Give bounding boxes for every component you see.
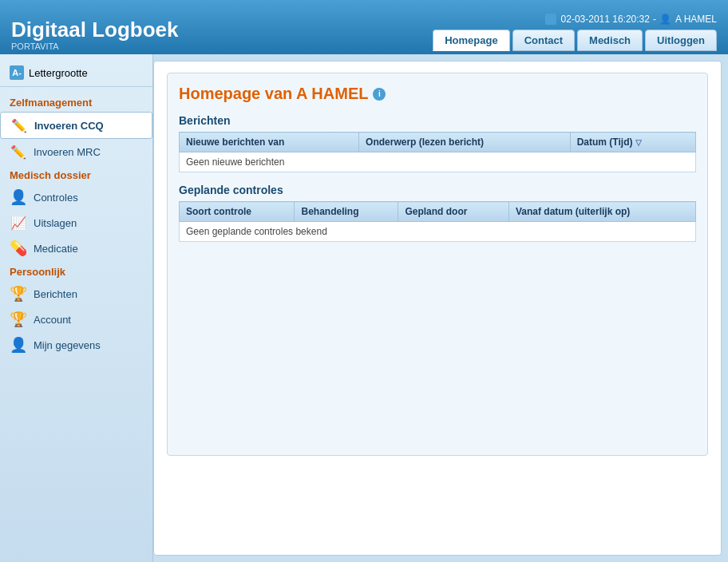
tab-contact[interactable]: Contact — [512, 30, 575, 51]
col-nieuwe-berichten-van: Nieuwe berichten van — [180, 133, 359, 152]
logo: Digitaal Logboek PORTAVITA — [11, 18, 178, 51]
content-inner: Homepage van A HAMEL i Berichten Nieuwe … — [167, 73, 708, 456]
sidebar: A- Lettergrootte Zelfmanagement ✏️ Invoe… — [0, 54, 153, 562]
pill-icon: 💊 — [10, 239, 27, 257]
sidebar-item-invoeren-mrc[interactable]: ✏️ Invoeren MRC — [0, 139, 152, 164]
tab-uitloggen[interactable]: Uitloggen — [645, 30, 717, 51]
section-label-zelfmanagement: Zelfmanagement — [0, 92, 152, 112]
tab-medisch[interactable]: Medisch — [577, 30, 643, 51]
header-right: 02-03-2011 16:20:32 - 👤 A HAMEL Homepage… — [433, 14, 717, 51]
col-vanaf-datum: Vanaf datum (uiterlijk op) — [508, 202, 695, 222]
font-size-icon: A- — [10, 65, 24, 80]
sidebar-label-account: Account — [34, 314, 71, 326]
font-size-control[interactable]: A- Lettergrootte — [0, 61, 152, 87]
controles-table: Soort controle Behandeling Gepland door … — [179, 201, 696, 242]
user-icon-sm: 👤 — [659, 14, 671, 25]
sidebar-item-medicatie[interactable]: 💊 Medicatie — [0, 235, 152, 261]
col-gepland-door: Gepland door — [398, 202, 509, 222]
sidebar-label-mrc: Invoeren MRC — [34, 146, 101, 158]
font-size-label: Lettergrootte — [29, 67, 88, 79]
edit-icon-mrc: ✏️ — [10, 143, 27, 160]
info-icon[interactable]: i — [373, 88, 386, 101]
sort-icon-datum[interactable]: ▽ — [635, 138, 642, 147]
datetime-user-bar: 02-03-2011 16:20:32 - 👤 A HAMEL — [545, 14, 717, 25]
sidebar-label-berichten: Berichten — [34, 288, 77, 300]
sidebar-label-ccq: Invoeren CCQ — [34, 120, 104, 132]
section-title-berichten: Berichten — [179, 114, 696, 127]
sidebar-item-uitslagen[interactable]: 📈 Uitslagen — [0, 210, 152, 235]
col-datum-tijd: Datum (Tijd) ▽ — [570, 133, 695, 152]
tab-homepage[interactable]: Homepage — [433, 30, 509, 51]
col-behandeling: Behandeling — [295, 202, 398, 222]
col-soort-controle: Soort controle — [180, 202, 295, 222]
sidebar-item-berichten[interactable]: 🏆 Berichten — [0, 281, 152, 307]
berichten-empty-row: Geen nieuwe berichten — [180, 152, 696, 172]
col-onderwerp: Onderwerp (lezen bericht) — [359, 133, 571, 152]
page-title-text: Homepage van A HAMEL — [179, 85, 368, 103]
app-subtitle: PORTAVITA — [11, 42, 178, 51]
trophy-icon-berichten: 🏆 — [10, 285, 27, 303]
sidebar-label-medicatie: Medicatie — [34, 243, 78, 255]
trophy-icon-account: 🏆 — [10, 311, 27, 328]
nav-tabs: Homepage Contact Medisch Uitloggen — [433, 30, 717, 51]
controles-empty-row: Geen geplande controles bekend — [180, 222, 696, 242]
sidebar-label-mijn-gegevens: Mijn gegevens — [34, 339, 101, 351]
berichten-empty-message: Geen nieuwe berichten — [180, 152, 696, 172]
edit-icon-ccq: ✏️ — [10, 117, 28, 134]
sidebar-item-mijn-gegevens[interactable]: 👤 Mijn gegevens — [0, 332, 152, 358]
main-wrapper: A- Lettergrootte Zelfmanagement ✏️ Invoe… — [0, 54, 728, 562]
sidebar-label-controles: Controles — [34, 192, 78, 204]
separator: - — [653, 14, 656, 25]
sidebar-label-uitslagen: Uitslagen — [34, 217, 77, 229]
calendar-icon — [545, 14, 556, 25]
page-title: Homepage van A HAMEL i — [179, 85, 696, 103]
app-title: Digitaal Logboek — [11, 18, 178, 42]
sidebar-item-controles[interactable]: 👤 Controles — [0, 184, 152, 210]
chart-icon: 📈 — [10, 214, 27, 232]
person-circle-icon: 👤 — [10, 336, 27, 354]
section-label-persoonlijk: Persoonlijk — [0, 261, 152, 281]
berichten-table: Nieuwe berichten van Onderwerp (lezen be… — [179, 132, 696, 172]
section-title-geplande-controles: Geplande controles — [179, 184, 696, 196]
datetime-text: 02-03-2011 16:20:32 — [561, 14, 650, 25]
section-label-medisch-dossier: Medisch dossier — [0, 164, 152, 184]
sidebar-item-account[interactable]: 🏆 Account — [0, 307, 152, 332]
username-text: A HAMEL — [675, 14, 717, 25]
content-area: Homepage van A HAMEL i Berichten Nieuwe … — [153, 61, 722, 556]
header: Digitaal Logboek PORTAVITA 02-03-2011 16… — [0, 0, 728, 54]
person-icon: 👤 — [10, 188, 27, 206]
sidebar-item-invoeren-ccq[interactable]: ✏️ Invoeren CCQ — [0, 112, 152, 139]
controles-empty-message: Geen geplande controles bekend — [180, 222, 696, 242]
